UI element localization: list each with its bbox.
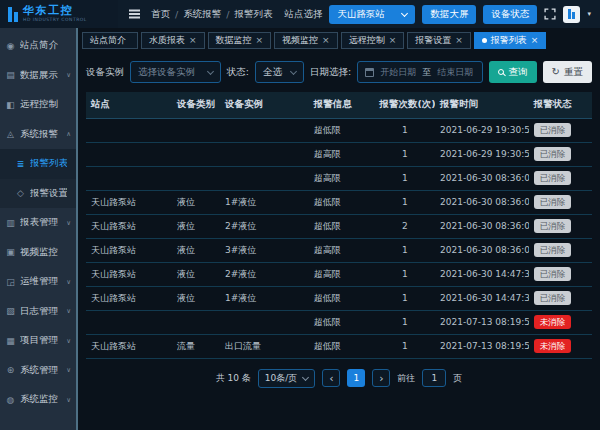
reset-button[interactable]: ↻ 重置 bbox=[543, 61, 592, 83]
page-tab[interactable]: 报警列表 × bbox=[474, 32, 547, 49]
cell-device-instance bbox=[220, 118, 309, 142]
sidebar-item-icon: ◍ bbox=[5, 395, 16, 405]
page-tab[interactable]: 数据监控 × bbox=[208, 32, 272, 49]
goto-page-input[interactable] bbox=[422, 369, 446, 387]
tab-close-icon[interactable]: × bbox=[389, 36, 397, 45]
cell-alarm-info: 超低限 bbox=[309, 334, 375, 358]
cell-device-instance: 1#液位 bbox=[220, 286, 309, 310]
avatar-caret-icon[interactable]: ▾ bbox=[587, 10, 591, 18]
tab-label: 数据监控 bbox=[216, 34, 252, 47]
search-button[interactable]: 查询 bbox=[489, 61, 537, 83]
total-count-text: 共 10 条 bbox=[216, 372, 251, 385]
table-row: 超低限 1 2021-07-13 08:19:54 未消除 bbox=[86, 310, 592, 334]
page-tab[interactable]: 站点简介 bbox=[82, 32, 138, 49]
sidebar-item-label: 报警设置 bbox=[30, 187, 67, 200]
cell-device-instance: 3#液位 bbox=[220, 238, 309, 262]
sidebar-item-label: 远程控制 bbox=[20, 98, 67, 111]
sidebar-item[interactable]: ◉ 站点简介 bbox=[0, 31, 76, 61]
sidebar-item[interactable]: ▤ 数据展示 ∨ bbox=[0, 61, 76, 91]
sidebar-item-icon: ▥ bbox=[5, 218, 16, 228]
cell-alarm-status: 已消除 bbox=[529, 262, 592, 286]
sidebar-item[interactable]: ▥ 报表管理 ∨ bbox=[0, 208, 76, 238]
cell-device-instance bbox=[220, 166, 309, 190]
sidebar-collapse-icon[interactable] bbox=[129, 13, 140, 15]
cell-alarm-status: 已消除 bbox=[529, 286, 592, 310]
cell-alarm-info: 超低限 bbox=[309, 214, 375, 238]
cell-device-type: 液位 bbox=[172, 214, 220, 238]
status-badge: 已消除 bbox=[534, 219, 572, 234]
tab-label: 报警设置 bbox=[415, 34, 451, 47]
cell-device-type bbox=[172, 118, 220, 142]
calendar-icon bbox=[365, 68, 374, 77]
status-badge: 已消除 bbox=[534, 291, 572, 306]
sidebar-item-label: 项目管理 bbox=[20, 334, 62, 347]
sidebar-item[interactable]: ⊛ 系统管理 ∨ bbox=[0, 356, 76, 386]
page-tab[interactable]: 水质报表 × bbox=[141, 32, 205, 49]
sidebar-item-icon: ≣ bbox=[15, 159, 26, 169]
logo: 华东工控 HD INDUSTRY CONTROL bbox=[0, 0, 118, 28]
cell-alarm-status: 未消除 bbox=[529, 310, 592, 334]
tab-label: 视频监控 bbox=[282, 34, 318, 47]
cell-site: 天山路泵站 bbox=[86, 190, 172, 214]
fullscreen-icon[interactable] bbox=[544, 8, 556, 20]
breadcrumb-section: 系统报警 bbox=[183, 8, 221, 21]
sidebar-item[interactable]: ◲ 运维管理 ∨ bbox=[0, 267, 76, 297]
cell-device-type: 液位 bbox=[172, 262, 220, 286]
tab-close-icon[interactable]: × bbox=[531, 36, 539, 45]
alarm-table: 站点 设备类别 设备实例 报警信息 报警次数(次) 报警时间 报警状态 bbox=[86, 92, 592, 359]
next-page-button[interactable]: › bbox=[372, 369, 390, 387]
sidebar-item[interactable]: ◧ 远程控制 bbox=[0, 90, 76, 120]
sidebar-item-label: 报表管理 bbox=[20, 216, 62, 229]
cell-alarm-status: 已消除 bbox=[529, 142, 592, 166]
device-instance-select[interactable]: 选择设备实例 bbox=[130, 61, 221, 83]
big-screen-button[interactable]: 数据大屏 bbox=[422, 5, 476, 24]
sidebar-item[interactable]: ≣ 报警列表 bbox=[0, 149, 76, 179]
page-size-select[interactable]: 10条/页 bbox=[258, 369, 315, 388]
user-avatar[interactable] bbox=[563, 6, 580, 23]
date-range-picker[interactable]: 开始日期 至 结束日期 bbox=[357, 61, 482, 83]
sidebar-item[interactable]: ▦ 项目管理 ∨ bbox=[0, 326, 76, 356]
start-date-placeholder: 开始日期 bbox=[380, 66, 416, 79]
cell-alarm-status: 已消除 bbox=[529, 166, 592, 190]
status-select[interactable]: 全选 bbox=[255, 61, 304, 83]
cell-alarm-time: 2021-06-30 08:36:04 bbox=[435, 166, 529, 190]
tab-close-icon[interactable]: × bbox=[189, 36, 197, 45]
sidebar-item[interactable]: ▣ 视频监控 bbox=[0, 238, 76, 268]
breadcrumb-home[interactable]: 首页 bbox=[151, 8, 170, 21]
cell-alarm-info: 超高限 bbox=[309, 166, 375, 190]
page-tab[interactable]: 视频监控 × bbox=[274, 32, 338, 49]
sidebar-item[interactable]: ◬ 系统报警 ∧ bbox=[0, 120, 76, 150]
cell-alarm-time: 2021-06-30 14:47:35 bbox=[435, 262, 529, 286]
cell-alarm-info: 超高限 bbox=[309, 238, 375, 262]
col-alarm-count: 报警次数(次) bbox=[374, 92, 435, 118]
sidebar-item-icon: ▤ bbox=[5, 70, 16, 80]
sidebar-item-icon: ▣ bbox=[5, 247, 16, 257]
company-logo-icon bbox=[8, 7, 18, 22]
tab-label: 远程控制 bbox=[349, 34, 385, 47]
sidebar-item[interactable]: ▧ 日志管理 ∨ bbox=[0, 297, 76, 327]
goto-label: 前往 bbox=[397, 372, 415, 385]
sidebar-item-chevron-icon: ∨ bbox=[66, 219, 71, 227]
cell-site: 天山路泵站 bbox=[86, 238, 172, 262]
site-select-dropdown[interactable]: 天山路泵站 bbox=[329, 5, 415, 24]
tab-close-icon[interactable]: × bbox=[256, 36, 264, 45]
cell-device-instance: 2#液位 bbox=[220, 262, 309, 286]
sidebar-item[interactable]: ◇ 报警设置 bbox=[0, 179, 76, 209]
page-tab[interactable]: 报警设置 × bbox=[407, 32, 471, 49]
tab-close-icon[interactable]: × bbox=[322, 36, 330, 45]
goto-unit-label: 页 bbox=[453, 372, 462, 385]
current-page-button[interactable]: 1 bbox=[347, 369, 365, 387]
prev-page-button[interactable]: ‹ bbox=[322, 369, 340, 387]
page-tab[interactable]: 远程控制 × bbox=[341, 32, 405, 49]
sidebar-item-label: 报警列表 bbox=[30, 157, 67, 170]
cell-alarm-count: 1 bbox=[374, 142, 435, 166]
sidebar-item[interactable]: ◍ 系统监控 ∨ bbox=[0, 385, 76, 415]
device-status-button[interactable]: 设备状态 bbox=[483, 5, 537, 24]
cell-alarm-count: 2 bbox=[374, 214, 435, 238]
sidebar-item-icon: ⊛ bbox=[5, 365, 16, 375]
status-badge: 已消除 bbox=[534, 267, 572, 282]
chevron-down-icon bbox=[207, 67, 214, 74]
chevron-down-icon bbox=[401, 9, 408, 16]
tab-close-icon[interactable]: × bbox=[455, 36, 463, 45]
sidebar-item-label: 日志管理 bbox=[20, 305, 62, 318]
